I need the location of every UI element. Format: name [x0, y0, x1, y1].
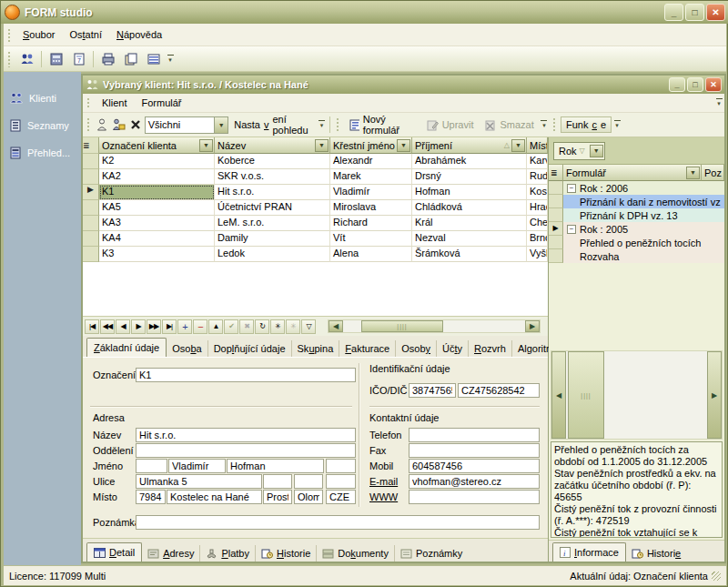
toolbar-overflow-button[interactable]: ▾: [165, 49, 176, 69]
sidebar-item-klienti[interactable]: Klienti: [4, 85, 81, 112]
table-cell[interactable]: Drsný: [412, 169, 527, 185]
tab-rozvrh[interactable]: Rozvrh: [469, 340, 512, 357]
jmeno-title-field[interactable]: [136, 459, 167, 473]
column-filter-icon[interactable]: ▼: [511, 139, 525, 152]
refresh-button[interactable]: ↻: [255, 319, 269, 334]
oddeleni-field[interactable]: [136, 443, 356, 458]
dic-field[interactable]: [458, 383, 540, 398]
okres-field[interactable]: [263, 490, 292, 504]
stat-field[interactable]: [326, 490, 356, 504]
sidebar-item-seznamy[interactable]: Seznamy: [4, 112, 81, 139]
table-row[interactable]: K3 Ledok Alena Šrámková Vyšk: [83, 247, 548, 262]
table-cell[interactable]: Brno: [527, 231, 548, 247]
www-field[interactable]: [409, 490, 540, 504]
column-header-formular[interactable]: Formulář▼: [563, 165, 702, 181]
menu-napoveda[interactable]: Nápověda: [109, 26, 169, 43]
table-cell[interactable]: Šrámková: [412, 247, 527, 262]
table-cell[interactable]: Chládková: [412, 200, 527, 216]
table-cell[interactable]: Nezval: [412, 231, 527, 247]
delete-record-button[interactable]: −: [193, 319, 207, 334]
client-minimize-button[interactable]: _: [669, 77, 685, 92]
cancel-edit-button[interactable]: ✖: [239, 319, 254, 334]
psc-field[interactable]: [136, 490, 166, 504]
table-cell[interactable]: Marek: [330, 169, 412, 185]
table-cell[interactable]: LeM. s.r.o.: [215, 216, 330, 231]
table-cell[interactable]: Koberce: [215, 154, 330, 169]
form-group-row[interactable]: −Rok : 2006: [549, 181, 724, 195]
table-row[interactable]: K2 Koberce Alexandr Abrahámek Karv: [83, 154, 548, 169]
goto-bookmark-button[interactable]: ✳: [286, 319, 300, 334]
tab-dokumenty[interactable]: Dokumenty: [317, 545, 395, 562]
fax-field[interactable]: [409, 443, 540, 458]
table-corner-button[interactable]: ≣: [83, 137, 99, 154]
column-filter-icon[interactable]: ▼: [686, 167, 700, 179]
toolbar-grip[interactable]: [7, 50, 12, 67]
jmeno-suffix-field[interactable]: [326, 459, 356, 473]
column-header-oznaceni[interactable]: Označení klienta▼: [99, 137, 215, 154]
ulice-co-field[interactable]: [294, 474, 323, 489]
column-header-nazev[interactable]: Název▼: [215, 137, 330, 154]
kraj-field[interactable]: [294, 490, 323, 504]
table-cell[interactable]: Rudn: [527, 169, 548, 185]
table-cell[interactable]: K2: [99, 154, 215, 169]
ulice-field[interactable]: [136, 474, 262, 489]
tab-informace[interactable]: i Informace: [552, 542, 626, 562]
table-cell[interactable]: Hit s.r.o.: [215, 185, 330, 200]
table-horizontal-scrollbar[interactable]: ◀ |||| ▶: [328, 319, 541, 333]
menu-klient[interactable]: Klient: [95, 95, 135, 111]
tab-historie-right[interactable]: Historie: [626, 545, 686, 562]
client-toolbar2-grip[interactable]: [336, 116, 339, 133]
table-row[interactable]: KA5 Účetnictví PRAN Miroslava Chládková …: [83, 200, 548, 216]
list-corner-button[interactable]: ≣: [549, 165, 563, 181]
table-row[interactable]: KA2 SKR v.o.s. Marek Drsný Rudn: [83, 169, 548, 185]
ulice-cp-field[interactable]: [263, 474, 292, 489]
misto-field[interactable]: [167, 490, 262, 504]
table-cell[interactable]: K1: [99, 185, 215, 200]
jmeno-last-field[interactable]: [227, 459, 324, 473]
scroll-right-icon[interactable]: ▶: [707, 351, 722, 439]
prior-record-button[interactable]: ◀: [116, 319, 130, 334]
funkce-button[interactable]: Funkce: [561, 116, 612, 133]
mobil-field[interactable]: [409, 459, 540, 473]
collapse-icon[interactable]: −: [567, 184, 576, 193]
table-cell[interactable]: Ledok: [215, 247, 330, 262]
ulice-extra-field[interactable]: [326, 474, 356, 489]
column-header-misto[interactable]: Místo: [527, 137, 548, 154]
next-page-button[interactable]: ▶▶: [147, 319, 161, 334]
view-settings-button[interactable]: Nastavení pohledu: [228, 111, 317, 138]
table-cell[interactable]: KA3: [99, 216, 215, 231]
bookmark-button[interactable]: ✳: [270, 319, 285, 334]
collapse-icon[interactable]: −: [567, 225, 576, 234]
table-cell[interactable]: SKR v.o.s.: [215, 169, 330, 185]
scroll-left-icon[interactable]: ◀: [551, 351, 566, 439]
close-button[interactable]: ✕: [706, 4, 725, 21]
edit-button[interactable]: Upravit: [421, 116, 480, 134]
menu-soubor[interactable]: Soubor: [15, 26, 62, 43]
client-menubar-overflow-button[interactable]: ▾: [713, 93, 724, 113]
clients-button[interactable]: [15, 48, 38, 69]
scroll-left-icon[interactable]: ◀: [329, 320, 343, 332]
first-record-button[interactable]: |◀: [85, 319, 99, 334]
table-cell[interactable]: Richard: [330, 216, 412, 231]
form-row-selected[interactable]: Přiznání k dani z nemovitostí vz: [549, 195, 724, 208]
scrollbar-thumb[interactable]: ||||: [568, 351, 604, 439]
funkce-grip[interactable]: [552, 116, 557, 133]
table-cell[interactable]: Cheb: [527, 216, 548, 231]
column-filter-icon[interactable]: ▼: [315, 139, 329, 152]
table-cell[interactable]: Král: [412, 216, 527, 231]
tab-fakturace[interactable]: Fakturace: [339, 340, 396, 357]
ico-field[interactable]: [409, 383, 456, 398]
poznamka-field[interactable]: [136, 515, 540, 530]
scrollbar-thumb[interactable]: ||||: [361, 320, 443, 332]
client-close-button[interactable]: ✕: [705, 77, 722, 92]
resize-grip[interactable]: [712, 572, 721, 581]
form-row[interactable]: Přiznání k DPH vz. 13: [549, 208, 724, 222]
nazev-field[interactable]: [136, 428, 356, 442]
table-row[interactable]: KA4 Damily Vít Nezval Brno: [83, 231, 548, 247]
table-cell[interactable]: Vít: [330, 231, 412, 247]
client-filter-combobox[interactable]: Všichni ▼: [145, 116, 228, 134]
sidebar-item-prehled[interactable]: Přehled...: [4, 139, 81, 167]
copy-button[interactable]: [119, 48, 142, 69]
calculator-button[interactable]: [45, 48, 67, 69]
minimize-button[interactable]: _: [664, 4, 683, 21]
